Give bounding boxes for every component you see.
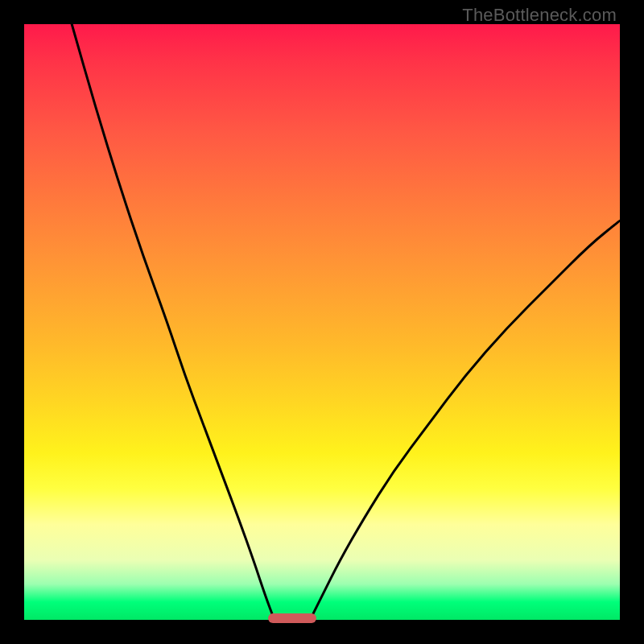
outer-frame: TheBottleneck.com <box>0 0 644 644</box>
optimal-marker <box>268 613 316 623</box>
watermark-text: TheBottleneck.com <box>462 5 617 26</box>
curve-layer <box>24 24 620 620</box>
curve-left-branch <box>72 24 275 620</box>
curve-right-branch <box>310 221 620 620</box>
plot-area <box>24 24 620 620</box>
